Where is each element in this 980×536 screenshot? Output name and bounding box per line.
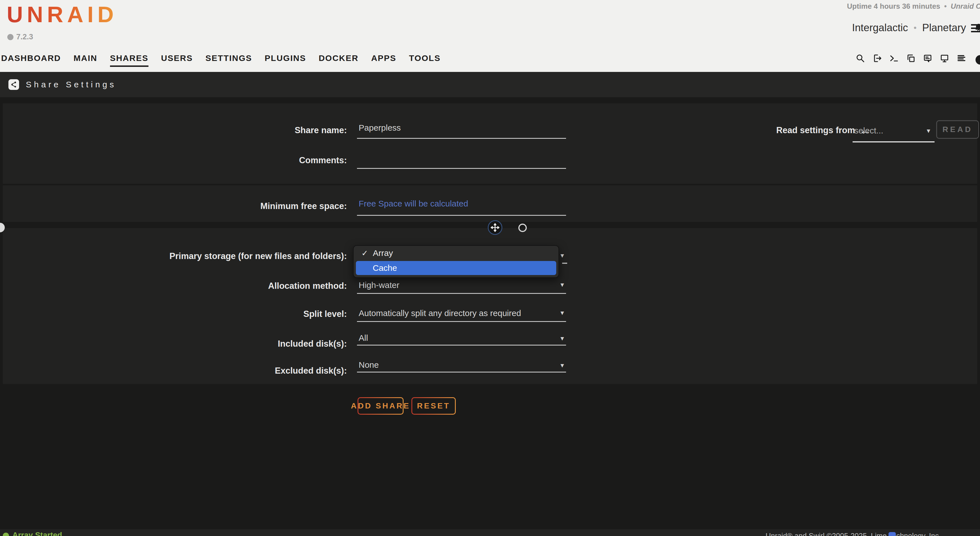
min-free-space-input[interactable] <box>359 199 561 209</box>
page-title: Share Settings <box>26 80 116 89</box>
included-disks-select[interactable]: All <box>359 333 368 343</box>
unraid-logo[interactable]: UNRAID <box>7 2 118 27</box>
footer-bar: Array Started Unraid® and Swirl ©2005-20… <box>0 529 980 536</box>
share-name-underline <box>357 138 566 139</box>
comments-underline <box>357 168 566 169</box>
split-level-select[interactable]: Automatically split any directory as req… <box>359 308 521 318</box>
main-navigation: DASHBOARD MAIN SHARES USERS SETTINGS PLU… <box>1 53 441 67</box>
share-identity-panel: Share name: Comments: Read settings from… <box>3 104 977 184</box>
allocation-method-label: Allocation method: <box>3 281 347 291</box>
share-settings-icon <box>8 79 19 90</box>
top-header: UNRAID 7.2.3 Uptime 4 hours 36 minutes•U… <box>0 0 980 72</box>
option-label: Cache <box>373 263 397 273</box>
server-name: Intergalactic <box>852 22 908 34</box>
array-status: Array Started <box>3 531 62 536</box>
search-icon[interactable] <box>855 53 865 63</box>
version-label: 7.2.3 <box>7 33 33 41</box>
min-free-space-underline <box>357 215 566 216</box>
feedback-icon[interactable] <box>923 53 932 63</box>
share-name-input[interactable] <box>359 123 561 132</box>
version-number: 7.2.3 <box>16 33 33 41</box>
nav-dashboard[interactable]: DASHBOARD <box>1 53 61 67</box>
nav-apps[interactable]: APPS <box>371 53 396 67</box>
dropdown-option-array[interactable]: ✓ Array <box>353 246 558 260</box>
free-space-panel: Minimum free space: <box>3 185 977 222</box>
excluded-disks-label: Excluded disk(s): <box>3 366 347 376</box>
server-identity: Intergalactic • Planetary <box>852 22 980 34</box>
nav-shares[interactable]: SHARES <box>110 53 148 67</box>
clipped-edge-icon[interactable] <box>975 55 980 65</box>
share-name-label: Share name: <box>3 125 347 136</box>
primary-storage-underline <box>562 263 567 264</box>
option-label: Array <box>373 248 393 258</box>
copy-icon[interactable] <box>906 53 916 63</box>
uptime-bar: Uptime 4 hours 36 minutes•Unraid OS Star… <box>847 2 980 11</box>
copyright-text: Unraid® and Swirl ©2005-2025, Lime Techn… <box>765 531 941 536</box>
nav-users[interactable]: USERS <box>161 53 193 67</box>
display-icon[interactable] <box>940 53 950 63</box>
nav-tools[interactable]: TOOLS <box>409 53 441 67</box>
chevron-down-icon: ▼ <box>559 335 565 342</box>
allocation-method-select[interactable]: High-water <box>359 280 399 290</box>
chevron-down-icon: ▼ <box>559 309 565 316</box>
terminal-icon[interactable] <box>889 53 899 63</box>
menu-hamburger-icon[interactable] <box>971 24 980 34</box>
footer-flag-icon[interactable] <box>889 532 896 536</box>
utility-icons <box>855 53 966 63</box>
storage-settings-panel: Primary storage (for new files and folde… <box>3 228 977 384</box>
primary-storage-label: Primary storage (for new files and folde… <box>3 251 347 261</box>
read-button[interactable]: READ <box>936 120 979 139</box>
dot-separator: • <box>944 2 947 10</box>
array-status-text: Array Started <box>12 531 62 536</box>
chevron-down-icon: ▼ <box>926 128 931 134</box>
add-share-button[interactable]: ADD SHARE <box>358 397 404 415</box>
excluded-disks-select[interactable]: None <box>359 360 379 370</box>
version-dot-icon <box>7 34 13 40</box>
comments-label: Comments: <box>3 155 347 166</box>
status-dot-icon <box>3 533 9 536</box>
nav-docker[interactable]: DOCKER <box>318 53 358 67</box>
comments-input[interactable] <box>359 153 561 163</box>
os-edition-text: Unraid OS Start <box>951 2 980 10</box>
logout-icon[interactable] <box>872 53 882 63</box>
nav-settings[interactable]: SETTINGS <box>205 53 252 67</box>
check-icon: ✓ <box>361 249 368 258</box>
circle-cursor-icon <box>519 223 527 232</box>
nav-main[interactable]: MAIN <box>73 53 97 67</box>
server-description: Planetary <box>922 22 966 34</box>
chevron-down-icon: ▼ <box>559 362 565 369</box>
included-disks-label: Included disk(s): <box>3 339 347 349</box>
chevron-down-icon: ▼ <box>559 252 565 259</box>
split-level-label: Split level: <box>3 309 347 319</box>
included-disks-underline <box>357 345 566 346</box>
dot-separator: • <box>914 23 917 33</box>
chevron-down-icon: ▼ <box>559 281 565 288</box>
dropdown-option-cache[interactable]: Cache <box>356 261 556 275</box>
allocation-method-underline <box>357 293 566 294</box>
reset-button[interactable]: RESET <box>411 397 456 415</box>
uptime-text: Uptime 4 hours 36 minutes <box>847 2 940 10</box>
move-cursor-icon <box>488 220 502 235</box>
excluded-disks-underline <box>357 372 566 373</box>
unraid-webgui: UNRAID 7.2.3 Uptime 4 hours 36 minutes•U… <box>0 0 980 536</box>
read-settings-select[interactable]: select... <box>854 126 883 136</box>
read-select-underline <box>853 141 934 142</box>
page-title-bar: Share Settings <box>0 72 980 97</box>
split-level-underline <box>357 321 566 322</box>
min-free-space-label: Minimum free space: <box>3 201 347 211</box>
nav-plugins[interactable]: PLUGINS <box>265 53 306 67</box>
log-icon[interactable] <box>956 53 966 63</box>
primary-storage-dropdown: ✓ Array Cache <box>353 245 559 278</box>
